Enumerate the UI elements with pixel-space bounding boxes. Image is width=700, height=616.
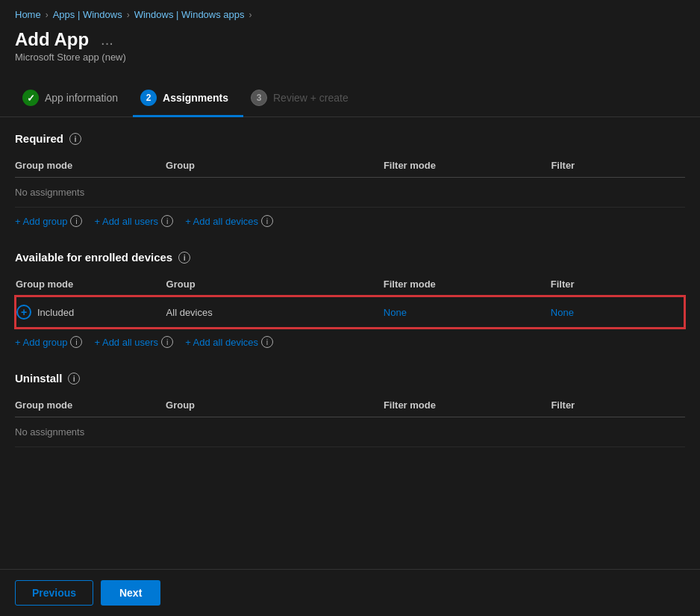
breadcrumb: Home › Apps | Windows › Windows | Window… bbox=[0, 0, 700, 26]
required-empty-row: No assignments bbox=[15, 178, 685, 208]
required-table: Group mode Group Filter mode Filter No a… bbox=[15, 154, 685, 208]
included-icon bbox=[16, 305, 31, 320]
uninstall-section: Uninstall i Group mode Group Filter mode… bbox=[15, 372, 685, 447]
uninstall-col-group: Group bbox=[166, 393, 384, 417]
wizard-tabs: ✓ App information 2 Assignments 3 Review… bbox=[0, 75, 700, 117]
tab-1-label: App information bbox=[45, 92, 118, 104]
required-add-devices-info[interactable]: i bbox=[261, 215, 273, 227]
available-actions-row: + Add group i + Add all users i + Add al… bbox=[15, 329, 685, 351]
required-add-group-link[interactable]: + Add group bbox=[15, 216, 67, 227]
available-add-group-link[interactable]: + Add group bbox=[15, 337, 67, 348]
uninstall-title: Uninstall bbox=[15, 372, 62, 385]
checkmark-icon: ✓ bbox=[27, 93, 35, 104]
page-header: Add App ... Microsoft Store app (new) bbox=[0, 26, 700, 75]
available-col-filter-mode: Filter mode bbox=[384, 273, 551, 296]
breadcrumb-home[interactable]: Home bbox=[15, 9, 41, 20]
uninstall-col-filter-mode: Filter mode bbox=[384, 393, 551, 417]
page-subtitle: Microsoft Store app (new) bbox=[15, 52, 685, 63]
tab-2-label: Assignments bbox=[163, 92, 228, 104]
required-no-assignments: No assignments bbox=[15, 178, 685, 208]
tab-3-number: 3 bbox=[257, 93, 262, 103]
breadcrumb-sep-3: › bbox=[249, 10, 252, 20]
tab-2-number: 2 bbox=[146, 93, 151, 103]
required-actions-row: + Add group i + Add all users i + Add al… bbox=[15, 208, 685, 230]
next-button[interactable]: Next bbox=[101, 580, 160, 606]
available-add-devices-info[interactable]: i bbox=[261, 336, 273, 348]
breadcrumb-sep-2: › bbox=[127, 10, 130, 20]
previous-button[interactable]: Previous bbox=[15, 580, 93, 606]
available-enrolled-table: Group mode Group Filter mode Filter Incl… bbox=[15, 273, 685, 329]
available-enrolled-header: Available for enrolled devices i bbox=[15, 251, 685, 264]
available-row-0-group-mode-cell: Included bbox=[16, 296, 166, 328]
available-add-all-users-link[interactable]: + Add all users bbox=[94, 337, 158, 348]
tab-3-circle: 3 bbox=[251, 90, 267, 106]
required-title: Required bbox=[15, 132, 63, 145]
available-row-0-filter-mode[interactable]: None bbox=[384, 296, 551, 328]
breadcrumb-sep-1: › bbox=[46, 10, 49, 20]
available-row-0-group: All devices bbox=[166, 296, 384, 328]
uninstall-col-filter: Filter bbox=[551, 393, 685, 417]
tab-review-create[interactable]: 3 Review + create bbox=[243, 82, 363, 117]
tab-1-circle: ✓ bbox=[22, 90, 39, 106]
available-col-filter: Filter bbox=[551, 273, 684, 296]
available-col-group: Group bbox=[166, 273, 384, 296]
available-enrolled-info-icon[interactable]: i bbox=[178, 252, 190, 264]
available-enrolled-title: Available for enrolled devices bbox=[15, 251, 172, 264]
uninstall-no-assignments: No assignments bbox=[15, 417, 685, 447]
required-add-all-devices-link[interactable]: + Add all devices bbox=[185, 216, 258, 227]
breadcrumb-windows-apps[interactable]: Windows | Windows apps bbox=[134, 9, 245, 20]
tab-2-circle: 2 bbox=[140, 90, 157, 106]
uninstall-empty-row: No assignments bbox=[15, 417, 685, 447]
tab-assignments[interactable]: 2 Assignments bbox=[133, 82, 243, 117]
required-info-icon[interactable]: i bbox=[69, 133, 81, 145]
tab-app-information[interactable]: ✓ App information bbox=[15, 82, 133, 117]
bottom-bar: Previous Next bbox=[0, 569, 700, 616]
uninstall-col-group-mode: Group mode bbox=[15, 393, 166, 417]
required-col-group: Group bbox=[166, 154, 384, 178]
tab-3-label: Review + create bbox=[273, 92, 349, 104]
available-enrolled-row-0[interactable]: Included All devices None None bbox=[16, 296, 684, 328]
required-col-filter: Filter bbox=[551, 154, 685, 178]
available-col-group-mode: Group mode bbox=[16, 273, 166, 296]
required-add-users-info[interactable]: i bbox=[161, 215, 173, 227]
required-add-group-info[interactable]: i bbox=[70, 215, 82, 227]
required-section: Required i Group mode Group Filter mode … bbox=[15, 132, 685, 230]
available-add-group-info[interactable]: i bbox=[70, 336, 82, 348]
available-row-0-filter[interactable]: None bbox=[551, 296, 684, 328]
available-row-0-filter-mode-link[interactable]: None bbox=[384, 307, 407, 318]
available-enrolled-section: Available for enrolled devices i Group m… bbox=[15, 251, 685, 351]
page-title: Add App bbox=[15, 29, 89, 50]
content-area: Required i Group mode Group Filter mode … bbox=[0, 117, 700, 528]
available-row-0-filter-link[interactable]: None bbox=[551, 307, 574, 318]
breadcrumb-apps-windows[interactable]: Apps | Windows bbox=[53, 9, 122, 20]
more-options-button[interactable]: ... bbox=[96, 30, 118, 50]
required-section-header: Required i bbox=[15, 132, 685, 145]
uninstall-info-icon[interactable]: i bbox=[68, 373, 80, 385]
available-row-0-group-mode: Included bbox=[37, 307, 74, 318]
group-mode-cell: Included bbox=[16, 305, 157, 320]
available-add-users-info[interactable]: i bbox=[161, 336, 173, 348]
available-add-all-devices-link[interactable]: + Add all devices bbox=[185, 337, 258, 348]
uninstall-section-header: Uninstall i bbox=[15, 372, 685, 385]
required-col-filter-mode: Filter mode bbox=[384, 154, 551, 178]
required-col-group-mode: Group mode bbox=[15, 154, 166, 178]
required-add-all-users-link[interactable]: + Add all users bbox=[94, 216, 158, 227]
uninstall-table: Group mode Group Filter mode Filter No a… bbox=[15, 393, 685, 447]
